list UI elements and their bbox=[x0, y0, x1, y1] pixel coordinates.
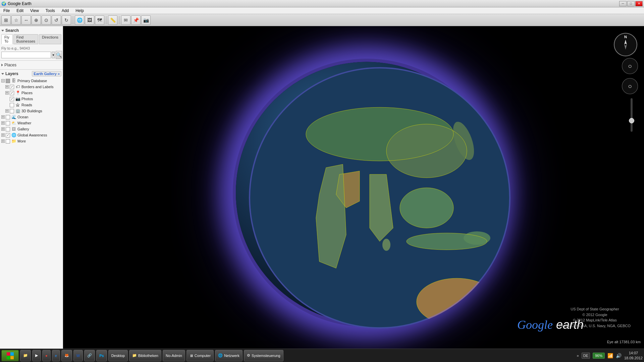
layer-expand-more-icon[interactable]: + bbox=[1, 139, 5, 143]
layer-checkbox-more[interactable] bbox=[6, 139, 10, 143]
toolbar-circle-btn[interactable]: ⊙ bbox=[42, 15, 51, 25]
search-input[interactable] bbox=[1, 52, 51, 58]
left-panel: Search Fly To Find Businesses Directions… bbox=[0, 26, 63, 349]
taskbar-netzwerk-btn[interactable]: 🌐 Netzwerk bbox=[215, 350, 243, 361]
taskbar-ps-btn[interactable]: Ps bbox=[96, 350, 107, 361]
earth-gallery-button[interactable]: Earth Gallery » bbox=[32, 71, 61, 76]
tab-fly-to[interactable]: Fly To bbox=[1, 34, 13, 44]
nav-compass[interactable]: N bbox=[614, 33, 637, 56]
layer-expand-gallery-icon[interactable]: + bbox=[1, 127, 5, 131]
taskbar-noadmin-btn[interactable]: No-Admin bbox=[163, 350, 185, 361]
layer-item-more[interactable]: + 📁 More bbox=[1, 138, 61, 144]
layer-item-primary-db[interactable]: − 🗄 Primary Database bbox=[1, 78, 61, 84]
layer-item-places[interactable]: + 📍 Places bbox=[1, 90, 61, 96]
toolbar-grid-btn[interactable]: ⊞ bbox=[1, 15, 11, 25]
toolbar-image-btn[interactable]: 🖼 bbox=[85, 15, 94, 25]
volume-icon[interactable]: 🔊 bbox=[616, 353, 622, 358]
zoom-thumb[interactable] bbox=[629, 118, 634, 123]
toolbar-arrows-btn[interactable]: ↔ bbox=[21, 15, 31, 25]
zoom-circle-outer[interactable]: ○ bbox=[622, 58, 638, 74]
computer-label: Computer bbox=[195, 354, 211, 358]
layer-item-global-awareness[interactable]: + 🌐 Global Awareness bbox=[1, 132, 61, 138]
layer-checkbox-gallery[interactable] bbox=[6, 127, 10, 131]
taskbar-media-btn[interactable]: ▶ bbox=[32, 350, 41, 361]
taskbar-ie-btn[interactable]: e bbox=[52, 350, 60, 361]
layers-collapse-icon[interactable] bbox=[1, 73, 4, 75]
layer-expand-3d-icon[interactable]: + bbox=[5, 109, 9, 113]
taskbar-computer-btn[interactable]: 🖥 Computer bbox=[186, 350, 214, 361]
layer-expand-ocean-icon[interactable]: + bbox=[1, 115, 5, 119]
earth-globe[interactable] bbox=[236, 62, 497, 323]
layer-checkbox-ocean[interactable] bbox=[6, 115, 10, 119]
toolbar-camera-btn[interactable]: 📷 bbox=[141, 15, 151, 25]
taskbar-word-btn[interactable]: W bbox=[73, 350, 83, 361]
tab-directions[interactable]: Directions bbox=[39, 34, 61, 44]
search-dropdown-arrow[interactable]: ▼ bbox=[52, 52, 55, 58]
map-area[interactable]: N ○ ○ US Dept of State Geographer © 2012… bbox=[63, 26, 644, 349]
layer-checkbox-primary-db[interactable] bbox=[6, 79, 10, 83]
layer-expand-borders-icon[interactable]: + bbox=[5, 85, 9, 88]
layer-expand-weather-icon[interactable]: + bbox=[1, 121, 5, 125]
menu-view[interactable]: View bbox=[28, 8, 41, 14]
toolbar-map-btn[interactable]: 🗺 bbox=[95, 15, 104, 25]
toolbar-globe-btn[interactable]: 🌐 bbox=[75, 15, 84, 25]
layer-expand-global-icon[interactable]: + bbox=[1, 133, 5, 137]
layer-checkbox-global-awareness[interactable] bbox=[6, 133, 10, 137]
close-button[interactable]: ✕ bbox=[635, 1, 643, 6]
layer-icon-places: 📍 bbox=[15, 90, 20, 96]
layer-item-roads[interactable]: 🛣 Roads bbox=[1, 102, 61, 108]
search-collapse-icon[interactable] bbox=[1, 30, 4, 32]
search-title: Search bbox=[5, 28, 19, 33]
toolbar-star-btn[interactable]: ☆ bbox=[11, 15, 21, 25]
compass-ring[interactable]: N bbox=[614, 33, 637, 56]
taskbar-firefox-btn[interactable]: 🦊 bbox=[61, 350, 72, 361]
menu-tools[interactable]: Tools bbox=[44, 8, 57, 14]
layer-icon-3d: 🏢 bbox=[15, 108, 20, 114]
taskbar-desktop-btn[interactable]: Desktop bbox=[108, 350, 128, 361]
menu-add[interactable]: Add bbox=[60, 8, 71, 14]
layer-icon-more: 📁 bbox=[11, 138, 16, 144]
taskbar-explorer-btn[interactable]: 📁 bbox=[20, 350, 31, 361]
layer-item-photos[interactable]: 📷 Photos bbox=[1, 96, 61, 102]
minimize-button[interactable]: ─ bbox=[619, 1, 627, 6]
taskbar-system-btn[interactable]: ⚙ Systemsteuerung bbox=[244, 350, 283, 361]
taskbar-chrome-btn[interactable]: ● bbox=[42, 350, 51, 361]
toolbar-undo-btn[interactable]: ↺ bbox=[52, 15, 61, 25]
toolbar-redo-btn[interactable]: ↻ bbox=[62, 15, 71, 25]
battery-indicator[interactable]: 96% bbox=[593, 353, 605, 359]
layer-checkbox-places[interactable] bbox=[10, 91, 14, 95]
layer-item-weather[interactable]: + ⛅ Weather bbox=[1, 120, 61, 126]
maximize-button[interactable]: □ bbox=[627, 1, 635, 6]
layer-item-gallery[interactable]: + 🖼 Gallery bbox=[1, 126, 61, 132]
explorer-icon: 📁 bbox=[23, 353, 28, 358]
toolbar-email-btn[interactable]: ✉ bbox=[121, 15, 130, 25]
menu-help[interactable]: Help bbox=[73, 8, 86, 14]
layer-checkbox-weather[interactable] bbox=[6, 121, 10, 125]
zoom-circle-inner[interactable]: ○ bbox=[622, 78, 638, 94]
taskbar-network-btn[interactable]: 🔗 bbox=[84, 350, 95, 361]
language-badge[interactable]: DE bbox=[582, 353, 590, 359]
toolbar-separator-1 bbox=[73, 16, 73, 24]
layer-checkbox-photos[interactable] bbox=[10, 97, 14, 101]
layer-item-borders[interactable]: + 🏷 Borders and Labels bbox=[1, 84, 61, 90]
expand-tray-icon[interactable]: » bbox=[577, 354, 579, 358]
menu-edit[interactable]: Edit bbox=[14, 8, 25, 14]
layer-checkbox-borders[interactable] bbox=[10, 85, 14, 89]
layer-expand-places-icon[interactable]: + bbox=[5, 91, 9, 95]
layer-checkbox-3d-buildings[interactable] bbox=[10, 109, 14, 113]
toolbar-pin-btn[interactable]: 📌 bbox=[131, 15, 141, 25]
layer-checkbox-roads[interactable] bbox=[10, 103, 14, 107]
taskbar-libs-btn[interactable]: 📁 Bibliotheken bbox=[129, 350, 161, 361]
layer-expand-icon[interactable]: − bbox=[1, 79, 5, 82]
layer-item-ocean[interactable]: + 🌊 Ocean bbox=[1, 114, 61, 120]
start-button[interactable] bbox=[1, 350, 19, 361]
tab-find-businesses[interactable]: Find Businesses bbox=[13, 34, 38, 44]
zoom-outer-ring[interactable]: ○ bbox=[622, 58, 638, 74]
menu-file[interactable]: File bbox=[1, 8, 12, 14]
search-go-button[interactable]: 🔍 bbox=[56, 51, 62, 59]
zoom-inner-ring[interactable]: ○ bbox=[622, 78, 638, 94]
layer-item-3d-buildings[interactable]: + 🏢 3D Buildings bbox=[1, 108, 61, 114]
toolbar-zoom-btn[interactable]: ⊕ bbox=[32, 15, 41, 25]
places-header[interactable]: Places bbox=[1, 63, 61, 67]
toolbar-ruler-btn[interactable]: 📏 bbox=[108, 15, 117, 25]
